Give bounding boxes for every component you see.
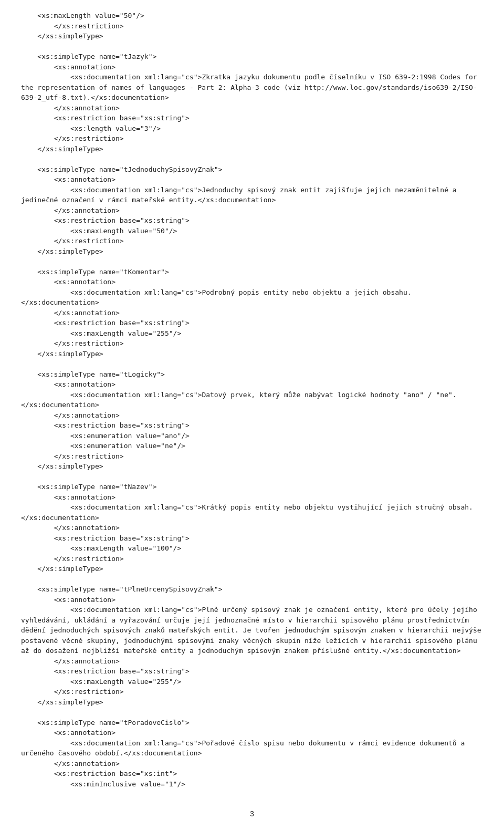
code-content: <xs:maxLength value="50"/> </xs:restrict… xyxy=(21,11,483,789)
page-number-container: 3 xyxy=(21,810,483,818)
xml-code: <xs:maxLength value="50"/> </xs:restrict… xyxy=(21,11,483,789)
page-number: 3 xyxy=(250,810,254,818)
